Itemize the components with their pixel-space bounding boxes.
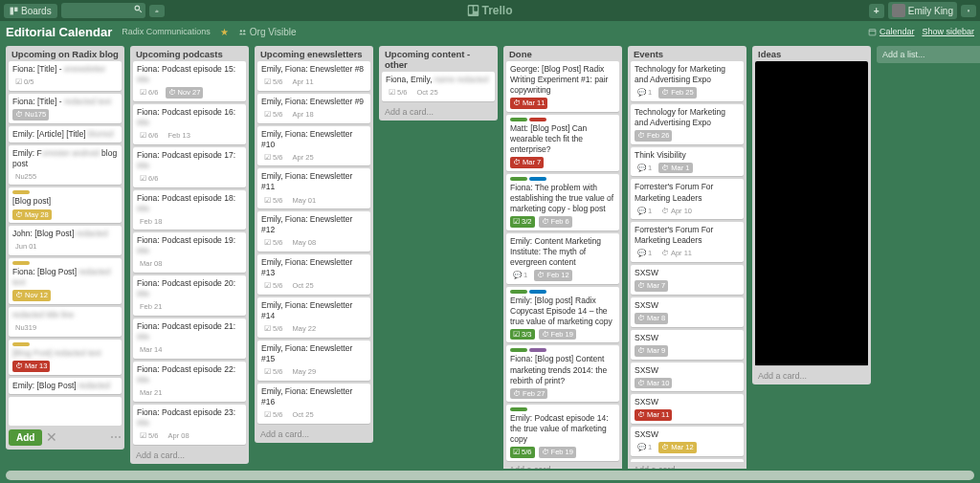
card[interactable]: Emily, Fiona: Enewsletter #8☑ 5/6Apr 11 xyxy=(257,61,370,91)
card[interactable]: [Blog post]⏱ May 28 xyxy=(9,187,122,223)
card-title: Forrester's Forum For Marketing Leaders xyxy=(635,182,740,203)
show-sidebar-link[interactable]: Show sidebar xyxy=(922,27,974,36)
card[interactable]: Emily, Fiona: Enewsletter #15☑ 5/6May 29 xyxy=(257,340,370,381)
list-cards[interactable]: Fiona, Emily, name redacted☑ 5/6Oct 25 xyxy=(379,72,498,104)
card[interactable]: Emily, Fiona: Enewsletter #10☑ 5/6Apr 25 xyxy=(257,126,370,166)
card[interactable]: Fiona: [Blog Post] redacted text⏱ Nov 12 xyxy=(9,258,122,304)
card[interactable]: Technology for Marketing and Advertising… xyxy=(631,104,744,144)
card-badge: Nu319 xyxy=(12,322,39,334)
card[interactable]: Emily, Fiona: Enewsletter #9☑ 5/6Apr 18 xyxy=(257,94,370,123)
user-menu[interactable]: Emily King xyxy=(888,2,957,19)
card[interactable]: Fiona: Podcast episode 21: titleMar 14 xyxy=(133,318,246,359)
close-icon[interactable]: ✕ xyxy=(46,429,57,445)
add-card-link[interactable]: Add a card... xyxy=(628,462,746,469)
card[interactable]: Fiona: Podcast episode 19: titleMar 08 xyxy=(133,232,246,273)
card[interactable]: Matt: [Blog Post] Can wearable tech fit … xyxy=(506,115,619,171)
card-badge: May 08 xyxy=(290,237,320,249)
card[interactable]: SXSW⏱ Mar 7 xyxy=(631,265,744,295)
list-cards[interactable]: George: [Blog Post] Radix Writing Experi… xyxy=(503,61,622,462)
card[interactable]: Fiona: [Title] - redacted text⏱ Nu175 xyxy=(9,94,122,123)
calendar-button[interactable]: Calendar xyxy=(868,27,915,36)
card-footer: ☑ 6/6 xyxy=(137,173,242,185)
add-card-link[interactable]: Add a card... xyxy=(379,104,498,121)
notifications-button[interactable] xyxy=(961,5,976,17)
card[interactable]: Fiona: The problem with establishing the… xyxy=(506,174,619,231)
card[interactable]: Emily: [Article] [Title] blurred xyxy=(9,126,122,143)
card[interactable]: Emily, Fiona: Enewsletter #16☑ 5/6Oct 25 xyxy=(257,384,370,424)
card-footer: Mar 14 xyxy=(137,344,242,356)
card[interactable]: Fiona: Podcast episode 23: title☑ 5/6Apr… xyxy=(133,405,246,445)
card[interactable]: Emily: [Blog post] Radix Copycast Episod… xyxy=(506,287,619,343)
list-title[interactable]: Done xyxy=(503,46,622,61)
graph-button[interactable] xyxy=(149,5,165,17)
card[interactable]: Think Visibility💬 1⏱ Mar 1 xyxy=(631,147,744,177)
card[interactable]: SXSW⏱ Mar 11 xyxy=(631,394,744,424)
add-card-link[interactable]: Add a card... xyxy=(752,368,871,384)
card-badge: ⏱ Feb 19 xyxy=(539,329,576,340)
list-cards[interactable] xyxy=(752,61,871,368)
card[interactable]: Fiona: Podcast episode 17: title☑ 6/6 xyxy=(133,147,246,187)
card[interactable]: Emily, Fiona: Enewsletter #11☑ 5/6May 01 xyxy=(257,168,370,209)
card[interactable]: Emily, Fiona: Enewsletter #14☑ 5/6May 22 xyxy=(257,297,370,338)
board-canvas[interactable]: Upcoming on Radix blogFiona: [Title] - e… xyxy=(0,42,980,469)
list-cards[interactable]: Fiona: Podcast episode 15: title☑ 6/6⏱ N… xyxy=(130,61,249,448)
card[interactable]: SXSW⏱ Mar 8 xyxy=(631,297,744,327)
list-cards[interactable]: Emily, Fiona: Enewsletter #8☑ 5/6Apr 11E… xyxy=(255,61,373,427)
add-card-link[interactable]: Add a card... xyxy=(255,427,373,443)
add-card-link[interactable]: Add a card... xyxy=(130,448,249,464)
card[interactable]: Fiona, Emily, name redacted☑ 5/6Oct 25 xyxy=(382,72,495,101)
card[interactable]: Fiona: Podcast episode 20: titleFeb 21 xyxy=(133,275,246,316)
add-card-link[interactable]: Add a card... xyxy=(503,462,622,469)
list-cards[interactable]: Technology for Marketing and Advertising… xyxy=(628,61,746,462)
card[interactable]: Emily: Forrester android blog postNu255 xyxy=(9,145,122,186)
card[interactable]: Forrester's Forum For Marketing Leaders💬… xyxy=(631,222,744,262)
options-icon[interactable]: ⋯ xyxy=(110,430,122,444)
card-footer: ☑ 3/3⏱ Feb 19 xyxy=(510,329,615,340)
card[interactable]: Fiona: Podcast episode 18: titleFeb 18 xyxy=(133,190,246,231)
card[interactable]: [Blog Post] redacted text⏱ Mar 13 xyxy=(9,340,122,375)
add-button[interactable]: + xyxy=(869,4,884,18)
card-title: Emily, Fiona: Enewsletter #13 xyxy=(261,257,367,278)
add-list[interactable]: Add a list... xyxy=(877,46,980,63)
card[interactable] xyxy=(755,61,868,365)
boards-button[interactable]: Boards xyxy=(4,4,57,18)
card[interactable]: Fiona: Podcast episode 15: title☑ 6/6⏱ N… xyxy=(133,61,246,101)
add-card-submit[interactable]: Add xyxy=(9,429,42,446)
list-title[interactable]: Events xyxy=(628,46,746,61)
card[interactable]: John: [Blog Post] redactedJun 01 xyxy=(9,226,122,255)
card-title: Emily, Fiona: Enewsletter #11 xyxy=(261,171,367,192)
list-title[interactable]: Ideas xyxy=(752,46,871,61)
card[interactable]: redacted title lineNu319 xyxy=(9,307,122,337)
list-title[interactable]: Upcoming on Radix blog xyxy=(6,46,124,61)
star-icon[interactable]: ★ xyxy=(220,27,229,37)
card[interactable]: Fiona: Podcast episode 16: title☑ 6/6Feb… xyxy=(133,104,246,144)
list-cards[interactable]: Fiona: [Title] - enewsletter☑ 0/5Fiona: … xyxy=(6,61,124,397)
horizontal-scrollbar[interactable] xyxy=(6,471,974,480)
card[interactable]: Forrester's Forum For Marketing Leaders💬… xyxy=(631,179,744,219)
list-title[interactable]: Upcoming enewsletters xyxy=(255,46,373,61)
card[interactable]: George: [Blog Post] Radix Writing Experi… xyxy=(506,61,619,112)
card[interactable]: Emily: Content Marketing Institute: The … xyxy=(506,233,619,284)
card[interactable]: SXSW⏱ Mar 9 xyxy=(631,330,744,360)
card[interactable]: Emily, Fiona: Enewsletter #12☑ 5/6May 08 xyxy=(257,211,370,252)
card[interactable]: Fiona: [Blog post] Content marketing tre… xyxy=(506,345,619,402)
board-title[interactable]: Editorial Calendar xyxy=(6,25,112,39)
board-org[interactable]: Radix Communications xyxy=(122,27,211,36)
card[interactable]: SXSW⏱ Mar 10 xyxy=(631,362,744,392)
card[interactable]: Emily: [Blog Post] redacted xyxy=(9,378,122,394)
card[interactable]: Emily: Podcast episode 14: the true valu… xyxy=(506,405,619,461)
card[interactable]: Fiona: Podcast episode 22: titleMar 21 xyxy=(133,362,246,402)
avatar xyxy=(892,4,905,17)
card[interactable]: Emily, Fiona: Enewsletter #13☑ 5/6Oct 25 xyxy=(257,254,370,295)
card-title: Emily, Fiona: Enewsletter #14 xyxy=(261,300,367,321)
search-input[interactable] xyxy=(61,3,145,18)
card[interactable]: Technology for Marketing and Advertising… xyxy=(631,61,744,101)
card-composer[interactable] xyxy=(9,397,122,426)
card[interactable]: SXSW💬 1⏱ Mar 12 xyxy=(631,427,744,456)
visibility-button[interactable]: Org Visible xyxy=(238,27,297,37)
card[interactable]: Fiona: [Title] - enewsletter☑ 0/5 xyxy=(9,61,122,91)
card-footer: ☑ 5/6Oct 25 xyxy=(261,280,367,292)
app-logo[interactable]: Trello xyxy=(467,4,512,17)
list-title[interactable]: Upcoming content - other xyxy=(379,46,498,72)
list-title[interactable]: Upcoming podcasts xyxy=(130,46,249,61)
